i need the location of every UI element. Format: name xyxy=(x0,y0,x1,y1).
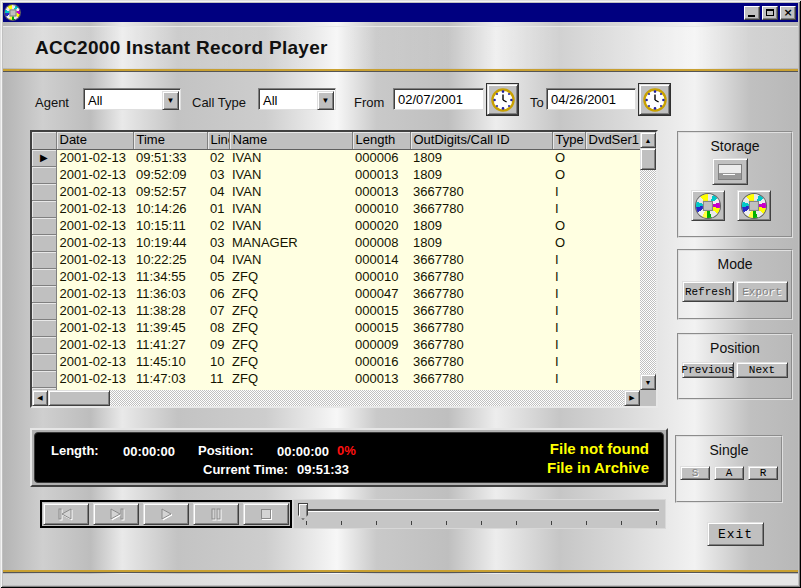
cell-length[interactable]: 000015 xyxy=(352,302,410,319)
cell-name[interactable]: IVAN xyxy=(229,200,352,217)
cell-length[interactable]: 000008 xyxy=(352,234,410,251)
cell-line[interactable]: 02 xyxy=(207,149,229,166)
cell-dvdser1[interactable] xyxy=(585,353,640,370)
row-selector[interactable] xyxy=(32,319,56,336)
cell-name[interactable]: ZFQ xyxy=(229,319,352,336)
cell-date[interactable]: 2001-02-13 xyxy=(56,200,133,217)
cell-name[interactable]: ZFQ xyxy=(229,268,352,285)
table-row[interactable]: 2001-02-1309:52:5704IVAN0000133667780I xyxy=(32,183,640,200)
cell-time[interactable]: 10:14:26 xyxy=(133,200,207,217)
cell-type[interactable]: I xyxy=(552,319,585,336)
cell-time[interactable]: 09:51:33 xyxy=(133,149,207,166)
cell-length[interactable]: 000020 xyxy=(352,217,410,234)
column-header-time[interactable]: Time xyxy=(133,132,207,149)
cell-date[interactable]: 2001-02-13 xyxy=(56,336,133,353)
cell-dvdser1[interactable] xyxy=(585,166,640,183)
table-row[interactable]: 2001-02-1311:45:1010ZFQ0000163667780I xyxy=(32,353,640,370)
cell-name[interactable]: ZFQ xyxy=(229,370,352,387)
cell-length[interactable]: 000047 xyxy=(352,285,410,302)
cell-line[interactable]: 03 xyxy=(207,234,229,251)
column-header-type[interactable]: Type xyxy=(552,132,585,149)
table-row[interactable]: 2001-02-1310:14:2601IVAN0000103667780I xyxy=(32,200,640,217)
cell-length[interactable]: 000014 xyxy=(352,251,410,268)
cell-dvdser1[interactable] xyxy=(585,149,640,166)
export-button[interactable]: Export xyxy=(736,281,788,302)
to-date-field[interactable]: 04/26/2001 xyxy=(546,88,636,110)
cell-line[interactable]: 11 xyxy=(207,370,229,387)
next-button[interactable]: Next xyxy=(736,362,788,378)
table-row[interactable]: 2001-02-1311:41:2709ZFQ0000093667780I xyxy=(32,336,640,353)
cell-line[interactable]: 02 xyxy=(207,217,229,234)
row-selector[interactable] xyxy=(32,234,56,251)
table-row[interactable]: 2001-02-1309:52:0903IVAN0000131809O xyxy=(32,166,640,183)
row-selector[interactable] xyxy=(32,285,56,302)
cell-type[interactable]: I xyxy=(552,183,585,200)
column-header-outdigits-call-id[interactable]: OutDigits/Call ID xyxy=(410,132,552,149)
cell-type[interactable]: I xyxy=(552,353,585,370)
drive-storage-button[interactable] xyxy=(712,158,748,185)
row-selector-current[interactable]: ▶ xyxy=(32,149,56,166)
seek-slider[interactable] xyxy=(294,500,665,528)
table-row[interactable]: 2001-02-1311:39:4508ZFQ0000153667780I xyxy=(32,319,640,336)
cell-time[interactable]: 11:36:03 xyxy=(133,285,207,302)
horizontal-scroll-thumb[interactable] xyxy=(48,390,110,406)
cell-outdigits[interactable]: 3667780 xyxy=(410,370,552,387)
table-row[interactable]: 2001-02-1310:22:2504IVAN0000143667780I xyxy=(32,251,640,268)
cell-name[interactable]: IVAN xyxy=(229,217,352,234)
cell-date[interactable]: 2001-02-13 xyxy=(56,353,133,370)
cell-time[interactable]: 11:47:03 xyxy=(133,370,207,387)
cell-date[interactable]: 2001-02-13 xyxy=(56,302,133,319)
cell-type[interactable]: I xyxy=(552,370,585,387)
cell-name[interactable]: ZFQ xyxy=(229,336,352,353)
cell-outdigits[interactable]: 3667780 xyxy=(410,285,552,302)
skip-to-start-button[interactable] xyxy=(43,503,89,525)
cell-dvdser1[interactable] xyxy=(585,319,640,336)
vertical-scroll-thumb[interactable] xyxy=(640,148,656,170)
scroll-down-icon[interactable]: ▼ xyxy=(640,374,656,390)
stop-button[interactable] xyxy=(243,503,289,525)
scroll-up-icon[interactable]: ▲ xyxy=(640,132,656,148)
cell-type[interactable]: I xyxy=(552,336,585,353)
row-selector[interactable] xyxy=(32,166,56,183)
cell-outdigits[interactable]: 1809 xyxy=(410,217,552,234)
cell-date[interactable]: 2001-02-13 xyxy=(56,217,133,234)
cell-length[interactable]: 000015 xyxy=(352,319,410,336)
column-header-dvdser1[interactable]: DvdSer1 xyxy=(585,132,640,149)
cell-dvdser1[interactable] xyxy=(585,268,640,285)
cell-length[interactable]: 000010 xyxy=(352,200,410,217)
row-selector[interactable] xyxy=(32,217,56,234)
cell-outdigits[interactable]: 3667780 xyxy=(410,183,552,200)
agent-combobox[interactable]: All ▼ xyxy=(83,88,181,110)
cell-time[interactable]: 11:41:27 xyxy=(133,336,207,353)
horizontal-scrollbar[interactable]: ◀ ▶ xyxy=(32,390,640,406)
row-selector[interactable] xyxy=(32,183,56,200)
cell-type[interactable]: O xyxy=(552,217,585,234)
table-row[interactable]: 2001-02-1311:38:2807ZFQ0000153667780I xyxy=(32,302,640,319)
cell-dvdser1[interactable] xyxy=(585,217,640,234)
cell-time[interactable]: 10:22:25 xyxy=(133,251,207,268)
seek-slider-track[interactable] xyxy=(302,509,659,512)
refresh-button[interactable]: Refresh xyxy=(682,281,734,302)
cell-date[interactable]: 2001-02-13 xyxy=(56,370,133,387)
table-row[interactable]: 2001-02-1311:36:0306ZFQ0000473667780I xyxy=(32,285,640,302)
scroll-left-icon[interactable]: ◀ xyxy=(32,390,48,406)
scroll-right-icon[interactable]: ▶ xyxy=(624,390,640,406)
cell-outdigits[interactable]: 3667780 xyxy=(410,319,552,336)
cell-dvdser1[interactable] xyxy=(585,285,640,302)
play-button[interactable] xyxy=(143,503,189,525)
cell-type[interactable]: I xyxy=(552,285,585,302)
cell-outdigits[interactable]: 3667780 xyxy=(410,268,552,285)
cell-outdigits[interactable]: 3667780 xyxy=(410,200,552,217)
cell-line[interactable]: 05 xyxy=(207,268,229,285)
cell-time[interactable]: 11:45:10 xyxy=(133,353,207,370)
cell-time[interactable]: 11:38:28 xyxy=(133,302,207,319)
cell-line[interactable]: 04 xyxy=(207,251,229,268)
cell-type[interactable]: I xyxy=(552,200,585,217)
cell-name[interactable]: ZFQ xyxy=(229,353,352,370)
vertical-scrollbar[interactable]: ▲ ▼ xyxy=(640,132,656,390)
call-type-combobox[interactable]: All ▼ xyxy=(258,88,336,110)
cell-type[interactable]: O xyxy=(552,166,585,183)
cell-outdigits[interactable]: 1809 xyxy=(410,149,552,166)
cell-outdigits[interactable]: 3667780 xyxy=(410,336,552,353)
cell-date[interactable]: 2001-02-13 xyxy=(56,285,133,302)
